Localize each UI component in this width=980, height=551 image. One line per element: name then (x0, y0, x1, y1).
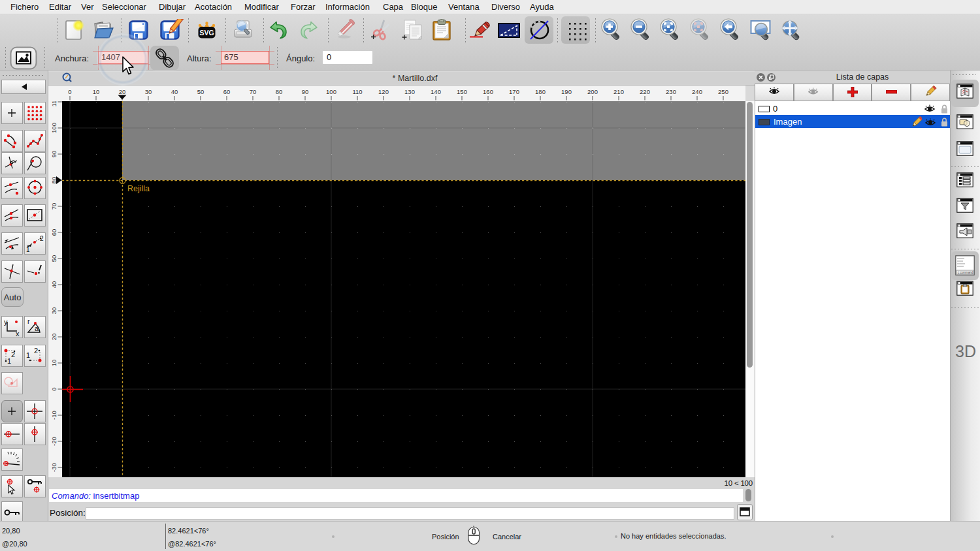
svg-text:30: 30 (145, 88, 152, 95)
svg-text:230: 230 (666, 88, 676, 95)
svg-text:90: 90 (302, 88, 309, 95)
svg-text:140: 140 (431, 88, 441, 95)
svg-text:1: 1 (7, 357, 11, 365)
svg-text:50: 50 (197, 88, 204, 95)
svg-text:20: 20 (50, 334, 57, 341)
svg-text:70: 70 (50, 203, 57, 210)
svg-text:y: y (4, 318, 8, 326)
svg-text:190: 190 (561, 88, 572, 95)
svg-text:120: 120 (378, 88, 389, 95)
svg-text:0: 0 (68, 88, 71, 95)
svg-text:r: r (27, 318, 30, 325)
svg-text:170: 170 (509, 88, 519, 95)
svg-text:60: 60 (50, 229, 57, 236)
svg-text:20: 20 (119, 88, 126, 95)
svg-text:50: 50 (50, 255, 57, 262)
svg-text:180: 180 (535, 88, 546, 95)
svg-text:2: 2 (40, 235, 44, 242)
svg-text:SVG: SVG (199, 29, 214, 37)
svg-text:100: 100 (326, 88, 336, 95)
svg-text:40: 40 (50, 281, 57, 289)
svg-text:80: 80 (276, 88, 283, 95)
svg-text:c command: c command (958, 271, 973, 274)
svg-text:2: 2 (11, 351, 15, 358)
svg-text:90: 90 (50, 151, 57, 158)
svg-text:10: 10 (50, 360, 57, 367)
svg-text:60: 60 (223, 88, 231, 95)
svg-text:30: 30 (50, 307, 57, 315)
svg-text:240: 240 (692, 88, 702, 95)
svg-text:40: 40 (171, 88, 178, 95)
svg-text:110: 110 (50, 101, 57, 107)
svg-text:1: 1 (26, 246, 30, 253)
svg-text:1: 1 (26, 351, 30, 359)
svg-text:x: x (16, 330, 20, 336)
svg-text:70: 70 (250, 88, 257, 95)
svg-text:a: a (35, 324, 39, 332)
svg-text:200: 200 (587, 88, 598, 95)
svg-text:-10: -10 (50, 411, 57, 420)
svg-text:Rejilla: Rejilla (127, 184, 150, 193)
svg-text:150: 150 (457, 88, 467, 95)
svg-text:100: 100 (50, 123, 57, 133)
svg-text:250: 250 (718, 88, 728, 95)
svg-text:160: 160 (483, 88, 493, 95)
svg-text:2: 2 (34, 347, 38, 354)
svg-text:0: 0 (50, 387, 57, 390)
svg-text:-30: -30 (50, 463, 57, 472)
svg-text:220: 220 (640, 88, 650, 95)
svg-text:10: 10 (93, 88, 100, 95)
svg-text:110: 110 (352, 88, 362, 95)
svg-text:-20: -20 (50, 437, 57, 446)
svg-text:210: 210 (613, 88, 624, 95)
svg-text:130: 130 (404, 88, 415, 95)
